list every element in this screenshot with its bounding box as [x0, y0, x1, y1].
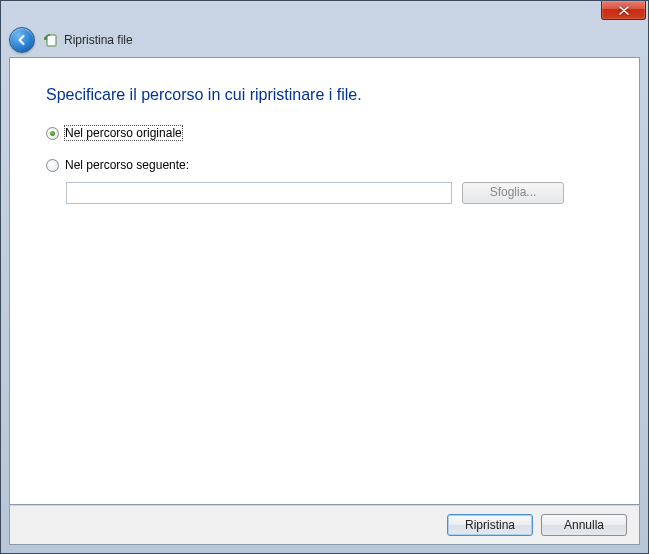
- path-input[interactable]: [66, 182, 452, 204]
- back-arrow-icon: [15, 33, 29, 47]
- title-bar: [1, 1, 648, 23]
- cancel-button[interactable]: Annulla: [541, 514, 627, 536]
- radio-option-original[interactable]: Nel percorso originale: [46, 126, 603, 140]
- radio-label-following: Nel percorso seguente:: [65, 158, 189, 172]
- radio-label-original: Nel percorso originale: [65, 126, 182, 140]
- radio-option-following[interactable]: Nel percorso seguente:: [46, 158, 603, 172]
- radio-icon: [46, 127, 59, 140]
- path-row: Sfoglia...: [66, 182, 603, 204]
- browse-button[interactable]: Sfoglia...: [462, 182, 564, 204]
- restore-button[interactable]: Ripristina: [447, 514, 533, 536]
- dialog-window: Ripristina file Specificare il percorso …: [0, 0, 649, 554]
- page-heading: Specificare il percorso in cui ripristin…: [46, 86, 603, 104]
- breadcrumb: Ripristina file: [43, 32, 133, 48]
- radio-icon: [46, 159, 59, 172]
- restore-file-icon: [43, 32, 59, 48]
- close-button[interactable]: [601, 1, 646, 20]
- close-icon: [619, 6, 629, 15]
- svg-rect-0: [47, 35, 56, 46]
- nav-bar: Ripristina file: [1, 23, 648, 57]
- back-button[interactable]: [9, 27, 35, 53]
- footer-bar: Ripristina Annulla: [9, 505, 640, 545]
- wizard-title-text: Ripristina file: [64, 33, 133, 47]
- content-panel: Specificare il percorso in cui ripristin…: [9, 57, 640, 505]
